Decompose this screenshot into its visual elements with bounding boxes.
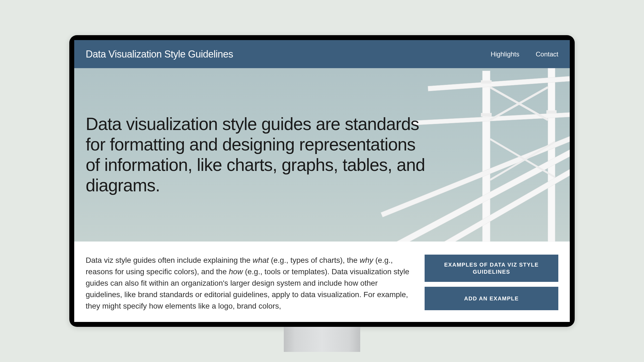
monitor-frame: Data Visualization Style Guidelines High… [69, 35, 575, 327]
svg-rect-1 [548, 68, 555, 242]
nav-links: Highlights Contact [491, 50, 558, 58]
body-text-segment: Data viz style guides often include expl… [86, 256, 253, 264]
site-title[interactable]: Data Visualization Style Guidelines [86, 49, 233, 60]
nav-link-contact[interactable]: Contact [536, 50, 558, 58]
svg-rect-12 [547, 110, 556, 114]
hero-text-container: Data visualization style guides are stan… [74, 114, 429, 196]
body-text-emphasis-how: how [229, 267, 243, 276]
svg-line-10 [490, 142, 555, 180]
svg-rect-13 [481, 80, 491, 84]
site-header: Data Visualization Style Guidelines High… [74, 40, 570, 68]
svg-rect-11 [481, 113, 491, 116]
body-text-emphasis-why: why [360, 256, 373, 264]
hero-heading: Data visualization style guides are stan… [86, 114, 429, 196]
add-example-button[interactable]: ADD AN EXAMPLE [425, 287, 558, 310]
body-text-segment: (e.g., types of charts), the [269, 256, 360, 264]
screen-content: Data Visualization Style Guidelines High… [74, 40, 570, 322]
svg-line-9 [490, 139, 555, 177]
hero-section: Data visualization style guides are stan… [74, 68, 570, 242]
nav-link-highlights[interactable]: Highlights [491, 50, 519, 58]
monitor-stand [284, 327, 360, 352]
body-paragraph: Data viz style guides often include expl… [86, 255, 414, 312]
content-section: Data viz style guides often include expl… [74, 242, 570, 322]
body-text-emphasis-what: what [253, 256, 269, 264]
examples-button[interactable]: EXAMPLES OF DATA VIZ STYLE GUIDELINES [425, 255, 558, 282]
cta-button-group: EXAMPLES OF DATA VIZ STYLE GUIDELINES AD… [425, 255, 558, 312]
